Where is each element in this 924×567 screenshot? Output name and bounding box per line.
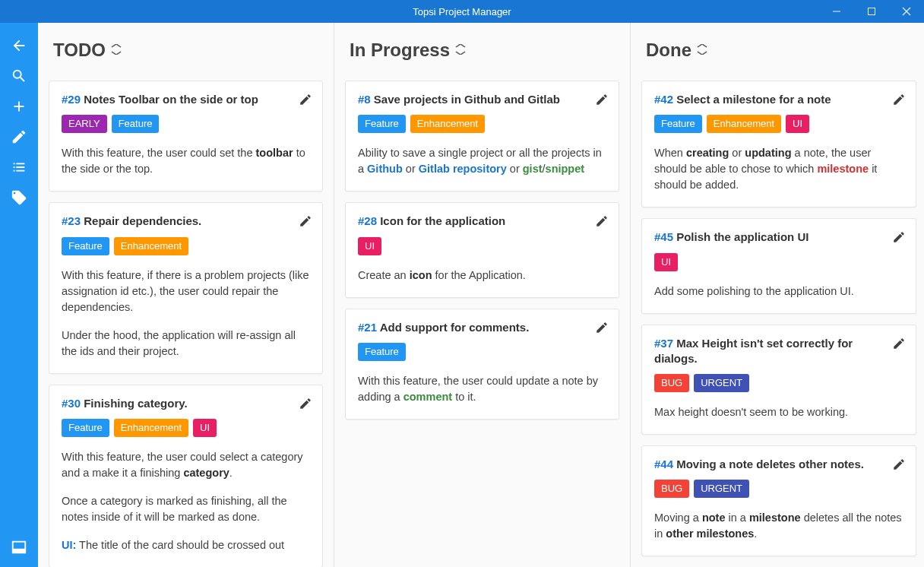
edit-card-button[interactable] — [593, 212, 611, 230]
issue-id: #42 — [654, 93, 673, 106]
edit-button[interactable] — [0, 122, 38, 152]
issue-id: #37 — [654, 337, 673, 350]
tag: UI — [358, 237, 381, 255]
card[interactable]: #21 Add support for comments.FeatureWith… — [345, 309, 619, 420]
card-title-text: Icon for the application — [380, 214, 505, 227]
pencil-icon — [299, 93, 312, 106]
column-title: TODO — [53, 40, 106, 61]
window-minimize-button[interactable] — [819, 0, 854, 23]
issue-id: #29 — [62, 93, 81, 106]
pencil-icon — [299, 214, 312, 228]
column-title: Done — [646, 40, 691, 61]
close-icon — [902, 7, 911, 16]
card-title: #30 Finishing category. — [49, 385, 322, 419]
column-body: #29 Notes Toolbar on the side or topEARL… — [38, 70, 334, 567]
list-button[interactable] — [0, 152, 38, 182]
card-tags: FeatureEnhancement — [346, 115, 619, 141]
card-title: #8 Save projects in Github and Gitlab — [346, 81, 619, 115]
card-body: With this feature, the user could update… — [346, 369, 619, 419]
edit-card-button[interactable] — [296, 212, 315, 230]
tag: Feature — [62, 237, 109, 255]
collapse-icon[interactable] — [111, 44, 122, 57]
edit-card-button[interactable] — [296, 90, 315, 109]
edit-card-button[interactable] — [593, 318, 611, 337]
card[interactable]: #29 Notes Toolbar on the side or topEARL… — [49, 81, 323, 192]
arrow-left-icon — [11, 37, 27, 54]
search-button[interactable] — [0, 61, 38, 91]
edit-card-button[interactable] — [890, 455, 908, 474]
sidebar — [0, 23, 38, 567]
card[interactable]: #42 Select a milestone for a noteFeature… — [641, 81, 916, 207]
collapse-icon[interactable] — [697, 44, 707, 57]
card-body: Create an icon for the Application. — [346, 263, 619, 297]
card-title-text: Polish the application UI — [676, 230, 808, 243]
edit-card-button[interactable] — [890, 228, 908, 246]
card-tags: FeatureEnhancementUI — [642, 115, 916, 141]
card[interactable]: #28 Icon for the applicationUICreate an … — [345, 202, 619, 297]
tag: UI — [193, 419, 217, 437]
tag: BUG — [654, 374, 689, 392]
edit-card-button[interactable] — [593, 90, 611, 109]
svg-rect-0 — [833, 11, 840, 12]
app-title: Topsi Project Manager — [413, 6, 511, 17]
card-title-text: Save projects in Github and Gitlab — [374, 93, 560, 106]
card-title-text: Select a milestone for a note — [676, 93, 831, 106]
minimize-icon — [832, 7, 841, 16]
search-icon — [11, 68, 27, 84]
tag: Enhancement — [114, 237, 188, 255]
card-title-text: Add support for comments. — [380, 321, 530, 334]
card-body: With this feature, if there is a problem… — [49, 263, 322, 373]
edit-square-icon — [11, 128, 27, 145]
card[interactable]: #23 Repair dependencies.FeatureEnhanceme… — [49, 202, 323, 373]
card[interactable]: #45 Polish the application UIUIAdd some … — [641, 218, 916, 313]
issue-id: #30 — [62, 397, 81, 410]
edit-card-button[interactable] — [890, 90, 908, 109]
svg-rect-1 — [869, 8, 875, 15]
tag: URGENT — [694, 480, 749, 498]
column: TODO#29 Notes Toolbar on the side or top… — [38, 23, 334, 567]
pencil-icon — [595, 321, 609, 334]
card[interactable]: #44 Moving a note deletes other notes.BU… — [641, 445, 916, 556]
tag: EARLY — [62, 115, 107, 133]
pencil-icon — [892, 458, 906, 471]
window-close-button[interactable] — [889, 0, 924, 23]
card-tags: BUGURGENT — [642, 480, 916, 505]
card-title: #44 Moving a note deletes other notes. — [642, 446, 916, 480]
issue-id: #23 — [62, 214, 81, 227]
card-title: #23 Repair dependencies. — [49, 203, 322, 236]
list-icon — [11, 159, 27, 176]
add-button[interactable] — [0, 91, 38, 122]
card[interactable]: #8 Save projects in Github and GitlabFea… — [345, 81, 619, 192]
card[interactable]: #30 Finishing category.FeatureEnhancemen… — [49, 385, 323, 567]
back-button[interactable] — [0, 30, 38, 61]
column-header[interactable]: In Progress — [334, 23, 630, 70]
column-header[interactable]: TODO — [38, 23, 334, 70]
card-title: #29 Notes Toolbar on the side or top — [49, 81, 322, 115]
tags-button[interactable] — [0, 182, 38, 213]
card-title-text: Notes Toolbar on the side or top — [84, 93, 258, 106]
column-body: #8 Save projects in Github and GitlabFea… — [334, 70, 630, 567]
pencil-icon — [892, 93, 906, 106]
tag: Feature — [112, 115, 160, 133]
column: Done#42 Select a milestone for a noteFea… — [631, 23, 924, 567]
card-tags: FeatureEnhancementUI — [49, 419, 322, 445]
tag: Feature — [358, 115, 406, 133]
card-title-text: Moving a note deletes other notes. — [676, 458, 864, 470]
card-body: Add some polishing to the application UI… — [642, 279, 916, 313]
card-title: #42 Select a milestone for a note — [642, 81, 916, 115]
bottom-panel-button[interactable] — [0, 532, 38, 562]
issue-id: #45 — [654, 230, 673, 243]
issue-id: #21 — [358, 321, 377, 334]
collapse-icon[interactable] — [455, 44, 466, 57]
card[interactable]: #37 Max Height isn't set correctly for d… — [641, 325, 916, 436]
window-maximize-button[interactable] — [854, 0, 889, 23]
card-body: Max height doesn't seem to be working. — [642, 400, 916, 434]
pencil-icon — [595, 93, 609, 106]
column-header[interactable]: Done — [631, 23, 924, 70]
card-title-text: Repair dependencies. — [84, 214, 201, 227]
tag: BUG — [654, 480, 689, 498]
tag: UI — [786, 115, 809, 133]
card-body: With this feature, the user could select… — [49, 445, 322, 567]
edit-card-button[interactable] — [890, 334, 908, 353]
edit-card-button[interactable] — [296, 394, 315, 413]
